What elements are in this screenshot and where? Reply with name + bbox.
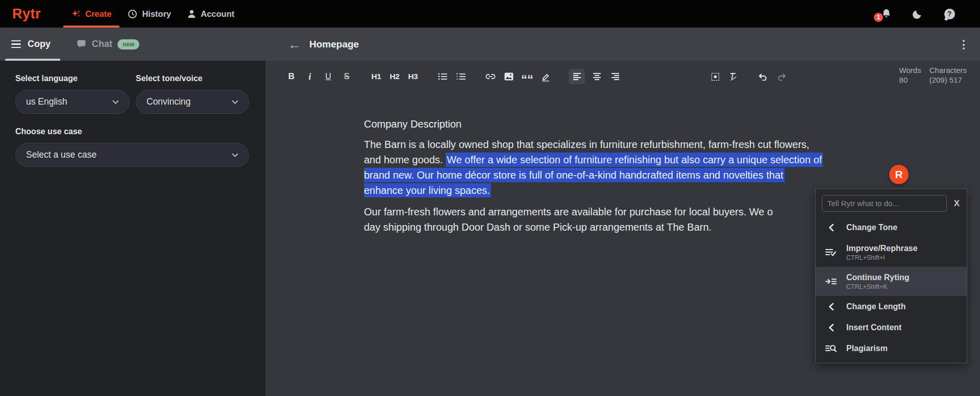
rytr-app: Rytr Create History <box>0 0 980 396</box>
bullet-list-icon[interactable] <box>436 69 449 84</box>
tone-label: Select tone/voice <box>136 74 249 83</box>
dark-mode-moon-icon[interactable] <box>912 8 924 20</box>
tab-create[interactable]: Create <box>63 0 119 28</box>
heading2-button[interactable]: H2 <box>388 69 401 84</box>
improve-rephrase-icon <box>824 248 838 257</box>
use-case-label: Choose use case <box>15 127 250 136</box>
menu-item-insert-content[interactable]: Insert Content <box>816 317 967 338</box>
top-nav: Rytr Create History <box>0 0 980 28</box>
italic-button[interactable]: i <box>303 69 316 84</box>
numbered-list-icon[interactable] <box>454 69 468 84</box>
characters-stat: Characters (209) 517 <box>929 66 967 85</box>
sidebar-body: Select language us English Select tone/v… <box>0 61 265 180</box>
tab-account[interactable]: Account <box>179 0 242 28</box>
help-icon[interactable]: ? <box>943 8 955 20</box>
blockquote-icon[interactable]: ““ <box>521 69 534 84</box>
bold-button[interactable]: B <box>285 69 298 84</box>
menu-item-continue-ryting[interactable]: Continue Ryting CTRL+Shift+K <box>816 267 967 296</box>
tab-chat[interactable]: Chat new <box>77 39 139 50</box>
underline-button[interactable]: U <box>322 69 335 84</box>
doc-paragraph1-line1: The Barn is a locally owned shop that sp… <box>364 137 980 152</box>
continue-ryting-icon <box>824 277 838 286</box>
menu-item-change-tone[interactable]: Change Tone <box>816 217 967 238</box>
tone-select[interactable]: Convincing <box>136 90 249 114</box>
menu-item-improve-rephrase[interactable]: Improve/Rephrase CTRL+Shift+I <box>816 238 967 267</box>
document-title: Homepage <box>309 39 359 50</box>
nav-right-icons: 1 ? <box>880 0 955 28</box>
clear-formatting-icon[interactable] <box>727 69 740 84</box>
chat-new-badge: new <box>117 39 139 50</box>
link-icon[interactable] <box>484 69 497 84</box>
history-clock-icon <box>128 9 137 19</box>
characters-label: Characters <box>929 66 967 75</box>
hamburger-icon <box>11 40 21 48</box>
align-center-button[interactable] <box>590 69 603 84</box>
language-label: Select language <box>15 74 130 83</box>
more-options-kebab-icon[interactable] <box>962 39 966 51</box>
tone-value: Convincing <box>146 96 191 107</box>
copy-active-underline <box>5 59 60 61</box>
characters-value: (209) 517 <box>929 76 967 85</box>
sidebar: Copy Chat new Selec <box>0 28 265 396</box>
menu-item-label: Insert Content <box>846 323 901 332</box>
menu-item-label: Change Length <box>846 302 905 311</box>
chevron-left-icon <box>824 224 838 232</box>
menu-item-change-length[interactable]: Change Length <box>816 296 967 317</box>
back-arrow-icon[interactable]: ← <box>288 38 301 51</box>
highlighter-pen-icon[interactable] <box>539 69 552 84</box>
heading1-button[interactable]: H1 <box>370 69 383 84</box>
tab-history[interactable]: History <box>119 0 179 28</box>
selected-text: enhance your living spaces. <box>364 183 491 197</box>
heading3-button[interactable]: H3 <box>406 69 420 84</box>
formatting-toolbar: B i U S H1 H2 H3 <box>265 61 980 92</box>
strikethrough-button[interactable]: S <box>340 69 353 84</box>
language-select[interactable]: us English <box>15 90 130 114</box>
notifications-bell-icon[interactable]: 1 <box>880 8 892 20</box>
chevron-down-icon <box>232 153 238 157</box>
tab-account-label: Account <box>201 9 234 19</box>
tab-chat-label: Chat <box>92 39 112 50</box>
menu-item-shortcut: CTRL+Shift+I <box>846 254 918 261</box>
rytr-assistant-avatar[interactable]: R <box>889 165 909 184</box>
sparkle-icon <box>71 9 81 18</box>
selected-text: brand new. Our home décor store is full … <box>364 168 785 182</box>
language-value: us English <box>26 96 67 107</box>
notification-count-badge: 1 <box>873 12 884 23</box>
menu-item-shortcut: CTRL+Shift+K <box>846 283 910 290</box>
rytr-logo[interactable]: Rytr <box>12 6 41 22</box>
sidebar-header: Copy Chat new <box>0 28 265 61</box>
chevron-left-icon <box>824 303 838 311</box>
align-right-button[interactable] <box>608 69 622 84</box>
chevron-down-icon <box>112 100 119 104</box>
chat-bubble-icon <box>77 40 87 48</box>
doc-heading: Company Description <box>364 116 980 132</box>
doc-paragraph1-line3: brand new. Our home décor store is full … <box>364 167 980 183</box>
align-left-button[interactable] <box>569 69 585 84</box>
doc-paragraph1-line2: and home goods. We offer a wide selectio… <box>364 152 980 167</box>
account-person-icon <box>187 9 196 18</box>
menu-item-label: Continue Ryting <box>846 273 910 282</box>
words-stat: Words 80 <box>899 66 921 85</box>
editor: ← Homepage B i U S H1 H2 H3 <box>265 28 980 396</box>
words-value: 80 <box>899 76 921 85</box>
menu-item-label: Plagiarism <box>846 343 888 353</box>
chevron-left-icon <box>824 324 838 332</box>
assistant-input-row: X <box>816 189 967 217</box>
image-icon[interactable] <box>502 69 516 84</box>
use-case-select[interactable]: Select a use case <box>15 143 249 167</box>
document-stats: Words 80 Characters (209) 517 <box>899 66 967 85</box>
help-question-mark: ? <box>944 9 955 19</box>
tab-copy[interactable]: Copy <box>11 39 51 50</box>
redo-icon[interactable] <box>775 69 788 84</box>
words-label: Words <box>899 66 921 75</box>
main-area: Copy Chat new Selec <box>0 28 980 396</box>
selected-text: We offer a wide selection of furniture r… <box>446 153 823 167</box>
menu-item-plagiarism[interactable]: Plagiarism <box>816 338 967 359</box>
assistant-command-input[interactable] <box>822 195 947 212</box>
close-icon[interactable]: X <box>952 199 962 209</box>
menu-item-label: Improve/Rephrase <box>846 243 918 253</box>
select-all-icon[interactable] <box>708 69 722 84</box>
use-case-value: Select a use case <box>26 150 96 160</box>
assistant-context-menu: X Change Tone Im <box>815 188 967 363</box>
undo-icon[interactable] <box>756 69 770 84</box>
